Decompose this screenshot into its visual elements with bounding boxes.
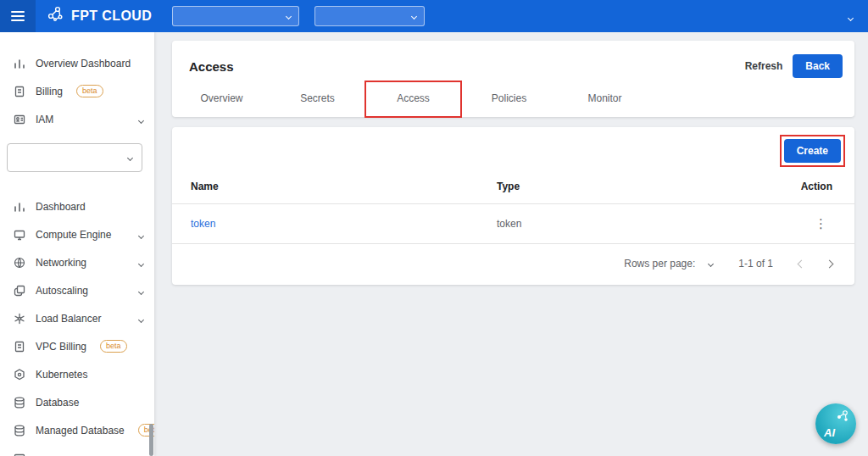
chevron-down-icon [848,15,854,21]
hub-icon [13,312,26,325]
annotation-box: Create [780,135,845,167]
monitor-icon [13,228,26,242]
chevron-down-icon [139,285,143,297]
next-page-button[interactable] [826,258,832,270]
beta-badge: beta [76,85,103,97]
sidebar-scrollbar-thumb[interactable] [149,424,153,456]
sidebar-item-load-balancer[interactable]: Load Balancer [0,304,154,332]
access-table-card: Create Name Type Action token token ⋮ Ro… [172,127,854,285]
sidebar-item-database[interactable]: Database [0,388,154,416]
tab-bar: Overview Secrets Access Policies Monitor [172,81,854,117]
chevron-down-icon [139,114,143,125]
header-account-menu[interactable] [849,8,853,24]
create-button[interactable]: Create [784,139,841,163]
ai-assistant-button[interactable]: AI [815,403,856,444]
network-logo-icon [47,5,65,27]
top-bar: FPT CLOUD [0,0,868,32]
sidebar-item-label: VPC Billing [36,341,86,353]
chevron-left-icon [798,260,806,269]
token-name-link[interactable]: token [191,218,215,230]
network-dots-icon [835,409,850,426]
globe-icon [13,256,26,270]
column-header-name: Name [172,181,473,192]
table-row: token token ⋮ [172,204,854,244]
refresh-button[interactable]: Refresh [735,55,793,77]
rows-per-page-label: Rows per page: [624,258,695,270]
tab-secrets[interactable]: Secrets [270,81,365,117]
tab-policies[interactable]: Policies [461,81,557,117]
column-header-action: Action [774,181,854,192]
sidebar-project-select[interactable] [7,143,142,172]
database-icon [13,396,26,409]
chevron-down-icon [139,313,143,325]
previous-page-button[interactable] [798,258,804,270]
sidebar-item-label: Billing [36,86,63,97]
table-header-row: Name Type Action [172,171,854,204]
sidebar-item-kubernetes[interactable]: Kubernetes [0,360,154,388]
sidebar-item-label: Autoscaling [36,285,88,297]
billing-icon [13,85,26,98]
kubernetes-icon [13,368,26,381]
sidebar-item-managed-database[interactable]: Managed Database beta [0,416,154,444]
receipt-icon [13,340,26,353]
token-type-cell: token [473,218,774,230]
sidebar-item-label: Compute Engine [36,229,111,241]
bar-chart-icon [13,200,26,214]
tab-access[interactable]: Access [365,81,461,117]
sidebar-item-networking[interactable]: Networking [0,248,154,276]
sidebar: Overview Dashboard Billing beta IAM Dash… [0,32,154,456]
sidebar-item-overview-dashboard[interactable]: Overview Dashboard [0,49,154,77]
chevron-down-icon [411,13,417,19]
brand-name: FPT CLOUD [71,8,152,24]
sidebar-item-label: Overview Dashboard [36,58,131,70]
database-icon [13,424,26,437]
page-title: Access [189,59,234,74]
pagination-range: 1-1 of 1 [738,258,773,270]
sidebar-item-label: Kubernetes [36,369,87,381]
sidebar-item-label: Dashboard [36,201,86,213]
brand-logo: FPT CLOUD [47,5,152,27]
chevron-down-icon [708,260,714,266]
layers-icon [13,284,26,298]
column-header-type: Type [473,181,774,192]
main-content: Access Refresh Back Overview Secrets Acc… [154,32,868,456]
sidebar-item-vpc-billing[interactable]: VPC Billing beta [0,332,154,360]
row-actions-kebab-icon[interactable]: ⋮ [774,216,854,231]
sidebar-item-dashboard[interactable]: Dashboard [0,192,154,220]
tab-overview[interactable]: Overview [174,81,270,117]
header-org-select[interactable] [172,6,299,26]
sidebar-item-label: Database [36,397,79,409]
tab-monitor[interactable]: Monitor [557,81,653,117]
sidebar-item-label: Managed Database [36,425,125,437]
iam-icon [13,113,26,126]
hamburger-menu-icon[interactable] [0,0,36,32]
pagination-bar: Rows per page: 1-1 of 1 [172,244,854,285]
bar-chart-icon [13,57,26,70]
sidebar-item-billing[interactable]: Billing beta [0,77,154,105]
sidebar-item-label: IAM [36,114,53,125]
back-button[interactable]: Back [793,54,843,78]
sidebar-item-clipped[interactable] [0,444,154,456]
ai-assistant-label: AI [824,427,835,438]
sidebar-item-label: Load Balancer [36,313,101,325]
rows-per-page-select[interactable]: Rows per page: [624,258,713,270]
header-region-select[interactable] [314,6,425,26]
sidebar-item-compute-engine[interactable]: Compute Engine [0,220,154,248]
chevron-down-icon [286,13,292,19]
chevron-down-icon [139,229,143,241]
sidebar-item-iam[interactable]: IAM [0,105,154,133]
chevron-down-icon [127,154,133,160]
sidebar-item-label: Networking [36,257,86,269]
beta-badge: beta [100,340,127,353]
chevron-right-icon [826,260,834,269]
access-header-card: Access Refresh Back Overview Secrets Acc… [172,41,854,117]
sidebar-item-autoscaling[interactable]: Autoscaling [0,276,154,304]
chevron-down-icon [139,257,143,269]
monitor-icon [13,452,26,456]
